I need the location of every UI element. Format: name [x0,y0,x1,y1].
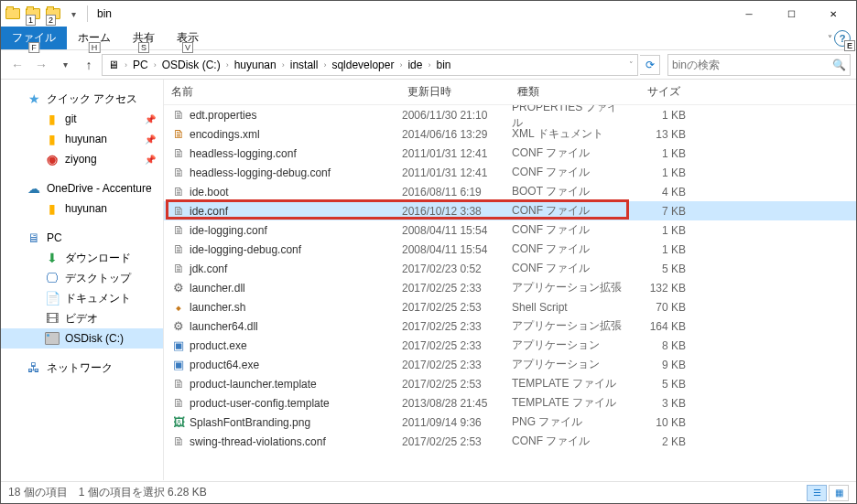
file-date: 2017/02/25 2:33 [402,359,512,371]
forward-button[interactable]: → [30,54,52,76]
file-size: 5 KB [622,378,686,391]
nav-ziyong[interactable]: ◉ziyong📌 [1,149,163,169]
file-size: 1 KB [622,224,686,237]
file-row[interactable]: ⚙launcher.dll2017/02/25 2:33アプリケーション拡張13… [164,278,856,297]
col-size[interactable]: サイズ [622,84,686,100]
search-icon[interactable]: 🔍 [832,59,846,71]
file-row[interactable]: 🗎ide.conf2016/10/12 3:38CONF ファイル7 KB [164,201,856,220]
crumb-disk[interactable]: OSDisk (C:) [158,59,224,71]
view-icons-button[interactable]: ▦ [829,485,849,501]
file-row[interactable]: 🗎jdk.conf2017/02/23 0:52CONF ファイル5 KB [164,259,856,278]
file-size: 9 KB [622,359,686,371]
file-size: 3 KB [622,397,686,410]
crumb-4[interactable]: install [287,59,322,71]
crumb-3[interactable]: huyunan [231,59,280,71]
refresh-button[interactable]: ⟳ [640,55,660,75]
file-type: アプリケーション [512,338,622,353]
breadcrumb[interactable]: 🖥 › PC› OSDisk (C:)› huyunan› install› s… [102,54,638,76]
view-details-button[interactable]: ☰ [807,485,827,501]
file-name: ide.conf [190,205,228,218]
file-name: product.exe [190,339,247,352]
tab-home[interactable]: ホームH [67,27,122,49]
crumb-pc[interactable]: PC [129,59,152,71]
address-bar-row: ← → ▾ ↑ 🖥 › PC› OSDisk (C:)› huyunan› in… [1,50,856,80]
file-date: 2011/09/14 9:36 [402,416,512,429]
qat-dropdown[interactable]: ▾ [63,4,83,24]
file-row[interactable]: ▣product64.exe2017/02/25 2:33アプリケーション9 K… [164,355,856,374]
file-size: 7 KB [622,205,686,218]
file-size: 10 KB [622,416,686,429]
nav-huyunan[interactable]: ▮huyunan📌 [1,129,163,149]
file-row[interactable]: 🗎edt.properties2006/11/30 21:10PROPERTIE… [164,105,856,124]
nav-git[interactable]: ▮git📌 [1,109,163,129]
file-type: アプリケーション拡張 [512,318,622,334]
nav-pc[interactable]: 🖥PC [1,228,163,248]
back-button[interactable]: ← [6,54,28,76]
qat-item-1[interactable]: 1 [23,4,43,24]
file-row[interactable]: ⬥launcher.sh2017/02/25 2:53Shell Script7… [164,297,856,316]
file-type: TEMPLATE ファイル [512,376,622,391]
file-list: 名前 更新日時 種類 サイズ 🗎edt.properties2006/11/30… [164,80,856,480]
tab-view[interactable]: 表示V [166,27,210,49]
file-row[interactable]: 🗎ide-logging-debug.conf2008/04/11 15:54C… [164,240,856,259]
file-type: XML ドキュメント [512,126,622,142]
qat-folder-icon[interactable] [3,4,23,24]
nav-downloads[interactable]: ⬇ダウンロード [1,248,163,268]
file-date: 2006/11/30 21:10 [402,109,512,122]
nav-quick-access[interactable]: ★クイック アクセス [1,89,163,109]
file-row[interactable]: ▣product.exe2017/02/25 2:33アプリケーション8 KB [164,336,856,355]
recent-dropdown[interactable]: ▾ [54,54,76,76]
pin-icon: 📌 [145,114,156,124]
up-button[interactable]: ↑ [78,54,100,76]
file-name: SplashFontBranding.png [190,416,310,429]
file-name: launcher64.dll [190,320,258,333]
file-size: 4 KB [622,186,686,198]
col-name[interactable]: 名前 [164,84,402,100]
file-row[interactable]: 🖼SplashFontBranding.png2011/09/14 9:36PN… [164,413,856,432]
nav-desktop[interactable]: 🖵デスクトップ [1,268,163,288]
col-date[interactable]: 更新日時 [402,84,512,100]
close-button[interactable]: ✕ [812,1,854,27]
file-row[interactable]: 🗎ide-logging.conf2008/04/11 15:54CONF ファ… [164,220,856,240]
file-row[interactable]: 🗎headless-logging-debug.conf2011/01/31 1… [164,163,856,182]
nav-videos[interactable]: 🎞ビデオ [1,308,163,328]
crumb-7[interactable]: bin [432,59,454,71]
file-row[interactable]: ⚙launcher64.dll2017/02/25 2:33アプリケーション拡張… [164,316,856,336]
nav-osdisk[interactable]: OSDisk (C:) [1,328,163,349]
column-headers[interactable]: 名前 更新日時 種類 サイズ [164,80,856,105]
col-type[interactable]: 種類 [512,84,622,100]
file-type: CONF ファイル [512,222,622,238]
nav-onedrive-folder[interactable]: ▮huyunan [1,198,163,219]
file-date: 2014/06/16 13:29 [402,128,512,141]
search-box[interactable]: 🔍 [667,54,851,76]
nav-network[interactable]: 🖧ネットワーク [1,358,163,378]
file-row[interactable]: 🗎ide.boot2016/08/11 6:19BOOT ファイル4 KB [164,182,856,201]
help-button[interactable]: ?E [834,30,851,47]
file-type: CONF ファイル [512,241,622,257]
minimize-button[interactable]: ─ [728,1,770,27]
file-row[interactable]: 🗎product-user-config.template2013/08/28 … [164,393,856,413]
file-date: 2017/02/25 2:53 [402,301,512,314]
tab-share[interactable]: 共有S [122,27,166,49]
file-date: 2017/02/23 0:52 [402,263,512,275]
maximize-button[interactable]: ☐ [770,1,812,27]
nav-documents[interactable]: 📄ドキュメント [1,288,163,308]
navigation-pane: ★クイック アクセス ▮git📌 ▮huyunan📌 ◉ziyong📌 ☁One… [1,80,164,480]
file-date: 2011/01/31 12:41 [402,147,512,160]
tab-file[interactable]: ファイルF [1,27,67,49]
crumb-5[interactable]: sqldeveloper [328,59,397,71]
file-row[interactable]: 🗎product-launcher.template2017/02/25 2:5… [164,374,856,393]
file-row[interactable]: 🗎swing-thread-violations.conf2017/02/25 … [164,432,856,451]
file-type: BOOT ファイル [512,184,622,199]
search-input[interactable] [672,59,832,71]
status-selected: 1 個の項目を選択 6.28 KB [79,485,207,500]
file-row[interactable]: 🗎encodings.xml2014/06/16 13:29XML ドキュメント… [164,124,856,144]
ribbon-collapse-icon[interactable]: ˅ [828,34,832,44]
nav-onedrive[interactable]: ☁OneDrive - Accenture [1,178,163,198]
file-row[interactable]: 🗎headless-logging.conf2011/01/31 12:41CO… [164,144,856,163]
breadcrumb-dropdown[interactable]: ˅ [627,60,635,70]
window-title: bin [97,7,112,20]
crumb-6[interactable]: ide [404,59,426,71]
qat-item-2[interactable]: 2 [43,4,63,24]
file-type: Shell Script [512,301,622,314]
